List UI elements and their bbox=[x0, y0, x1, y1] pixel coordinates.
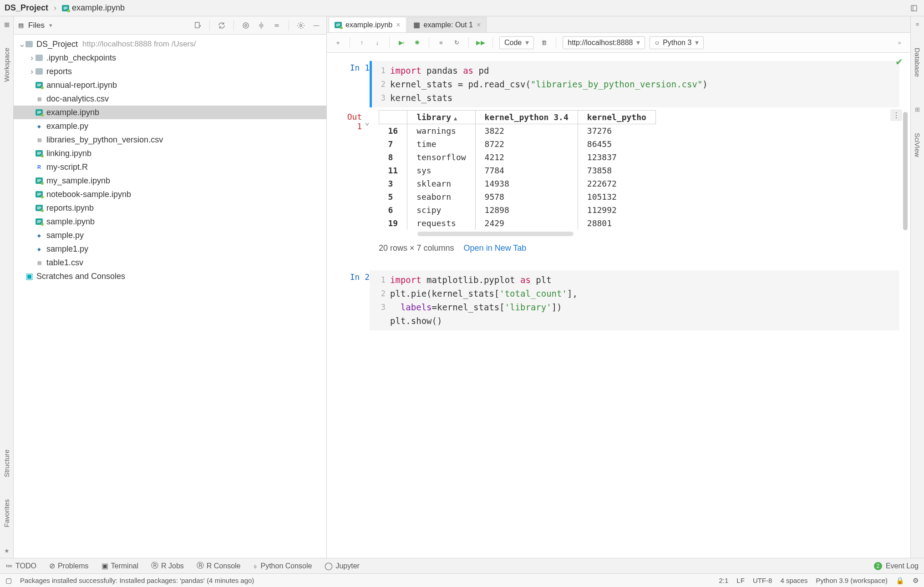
editor-tab[interactable]: IPexample.ipynb× bbox=[329, 17, 406, 32]
table-row[interactable]: 5seaborn9578105132 bbox=[379, 190, 656, 203]
stop-icon[interactable]: ■ bbox=[436, 37, 447, 48]
table-row[interactable]: 19requests242928801 bbox=[379, 217, 656, 230]
move-down-icon[interactable]: ↓ bbox=[372, 37, 383, 48]
tree-item[interactable]: ◆example.py bbox=[14, 119, 326, 133]
minimize-icon[interactable]: — bbox=[311, 20, 322, 31]
tab-label: example: Out 1 bbox=[424, 21, 473, 29]
tree-item[interactable]: IPexample.ipynb bbox=[14, 106, 326, 119]
structure-tool[interactable]: Structure bbox=[3, 448, 10, 479]
todo-tool[interactable]: ≔TODO bbox=[5, 562, 36, 570]
tree-item[interactable]: ›reports bbox=[14, 65, 326, 78]
terminal-tool[interactable]: ▣Terminal bbox=[102, 562, 138, 570]
editor-tab[interactable]: ▦example: Out 1× bbox=[407, 17, 487, 32]
horizontal-scrollbar[interactable] bbox=[417, 232, 574, 236]
indent-setting[interactable]: 4 spaces bbox=[780, 577, 807, 584]
tree-item[interactable]: ›.ipynb_checkpoints bbox=[14, 51, 326, 65]
tree-item[interactable]: IPreports.ipynb bbox=[14, 201, 326, 215]
chevron-down-icon[interactable]: ⌄ bbox=[18, 39, 25, 49]
tree-item[interactable]: ◆sample1.py bbox=[14, 242, 326, 256]
presentation-icon[interactable]: ▢ bbox=[5, 577, 12, 585]
tree-item[interactable]: Rmy-script.R bbox=[14, 160, 326, 174]
r-console-tool[interactable]: ⓇR Console bbox=[197, 561, 241, 571]
event-log-tool[interactable]: 2Event Log bbox=[874, 562, 919, 570]
kernel-select[interactable]: ○ Python 3 ▾ bbox=[650, 36, 704, 49]
collapse-all-icon[interactable] bbox=[271, 20, 282, 31]
chevron-down-icon[interactable]: ▾ bbox=[49, 22, 52, 29]
table-row[interactable]: 8tensorflow4212123837 bbox=[379, 151, 656, 164]
table-row[interactable]: 16warnings382237276 bbox=[379, 124, 656, 138]
prompt-out-1[interactable]: Out 1 ⌄ bbox=[338, 110, 370, 131]
sync-icon[interactable]: ⚙ bbox=[913, 577, 919, 585]
move-up-icon[interactable]: ↑ bbox=[356, 37, 367, 48]
breadcrumb[interactable]: DS_Project › IP example.ipynb bbox=[5, 3, 125, 13]
table-row[interactable]: 3sklearn14938222672 bbox=[379, 177, 656, 190]
chevron-right-icon[interactable]: › bbox=[28, 67, 36, 76]
database-tool[interactable]: Database bbox=[914, 46, 921, 79]
run-icon[interactable]: ▶I bbox=[396, 37, 407, 48]
table-header[interactable]: kernel_pytho bbox=[578, 111, 655, 124]
refresh-icon[interactable] bbox=[216, 20, 227, 31]
cell-in-1[interactable]: In 1 123 import pandas as pdkernel_stats… bbox=[327, 53, 910, 110]
open-in-window-icon[interactable] bbox=[909, 3, 919, 14]
close-icon[interactable]: × bbox=[396, 21, 400, 29]
files-label[interactable]: Files bbox=[28, 21, 45, 30]
table-row[interactable]: 7time872286455 bbox=[379, 137, 656, 151]
table-header[interactable] bbox=[379, 111, 407, 124]
tree-scratches[interactable]: ▣ Scratches and Consoles bbox=[14, 269, 326, 283]
new-file-icon[interactable] bbox=[192, 20, 203, 31]
sciview-tool[interactable]: SciView bbox=[914, 131, 921, 159]
python-console-tool[interactable]: ⬨Python Console bbox=[253, 562, 312, 570]
python-sdk[interactable]: Python 3.9 (workspace) bbox=[816, 577, 888, 584]
tree-item[interactable]: ◆sample.py bbox=[14, 228, 326, 242]
lock-icon[interactable]: 🔒 bbox=[896, 577, 904, 585]
open-in-new-tab-link[interactable]: Open in New Tab bbox=[464, 243, 527, 253]
table-header[interactable]: library▲ bbox=[407, 111, 475, 124]
code-body[interactable]: import pandas as pdkernel_stats = pd.rea… bbox=[390, 64, 899, 105]
run-all-icon[interactable]: ▶▶ bbox=[475, 37, 486, 48]
favorites-tool[interactable]: Favorites bbox=[3, 497, 10, 529]
vertical-scrollbar[interactable] bbox=[903, 112, 908, 230]
workspace-tool[interactable]: Workspace bbox=[3, 46, 10, 84]
delete-icon[interactable]: 🗑 bbox=[538, 37, 549, 48]
cell-in-2[interactable]: In 2 123 import matplotlib.pyplot as plt… bbox=[327, 262, 910, 333]
project-tree[interactable]: ⌄ DS_Project http://localhost:8888 from … bbox=[14, 35, 326, 558]
caret-position[interactable]: 2:1 bbox=[719, 577, 729, 584]
tree-item[interactable]: IPannual-report.ipynb bbox=[14, 78, 326, 92]
chevron-right-icon[interactable]: › bbox=[28, 53, 36, 63]
expand-all-icon[interactable] bbox=[256, 20, 267, 31]
gear-icon[interactable] bbox=[295, 20, 306, 31]
code-body[interactable]: import matplotlib.pyplot as pltplt.pie(k… bbox=[390, 273, 899, 328]
chevron-down-icon[interactable]: ⌄ bbox=[365, 117, 370, 127]
cell-type-value: Code bbox=[504, 39, 522, 47]
jupyter-tool[interactable]: ◯Jupyter bbox=[325, 562, 359, 570]
close-icon[interactable]: × bbox=[477, 21, 481, 29]
more-icon[interactable]: » bbox=[894, 37, 905, 48]
cell-type-select[interactable]: Code ▾ bbox=[499, 36, 534, 49]
tree-item[interactable]: ▤libraries_by_python_version.csv bbox=[14, 133, 326, 147]
breadcrumb-project[interactable]: DS_Project bbox=[5, 3, 48, 13]
notebook-body[interactable]: ✔ In 1 123 import pandas as pdkernel_sta… bbox=[327, 53, 910, 558]
add-cell-icon[interactable]: ＋ bbox=[332, 37, 343, 48]
table-row[interactable]: 6scipy12898112992 bbox=[379, 203, 656, 217]
problems-tool[interactable]: ⊘Problems bbox=[49, 562, 89, 570]
line-separator[interactable]: LF bbox=[736, 577, 745, 584]
target-icon[interactable] bbox=[240, 20, 251, 31]
ipynb-icon: IP bbox=[36, 218, 45, 225]
tree-item[interactable]: IPsample.ipynb bbox=[14, 215, 326, 228]
server-select[interactable]: http://localhost:8888 ▾ bbox=[563, 36, 645, 49]
tree-root[interactable]: ⌄ DS_Project http://localhost:8888 from … bbox=[14, 37, 326, 51]
output-table[interactable]: library▲kernel_python 3.4kernel_pytho16w… bbox=[379, 110, 656, 230]
debug-icon[interactable]: ✺ bbox=[411, 37, 422, 48]
file-encoding[interactable]: UTF-8 bbox=[753, 577, 772, 584]
table-row[interactable]: 11sys778473858 bbox=[379, 164, 656, 177]
tree-item[interactable]: IPnotebook-sample.ipynb bbox=[14, 187, 326, 201]
tree-item[interactable]: IPlinking.ipynb bbox=[14, 147, 326, 160]
restart-icon[interactable]: ↻ bbox=[451, 37, 462, 48]
tree-item[interactable]: ▤doc-analytics.csv bbox=[14, 92, 326, 106]
r-jobs-tool[interactable]: ⓇR Jobs bbox=[151, 561, 184, 571]
tree-item[interactable]: ▤table1.csv bbox=[14, 256, 326, 269]
table-header[interactable]: kernel_python 3.4 bbox=[475, 111, 578, 124]
tree-item[interactable]: IPmy_sample.ipynb bbox=[14, 174, 326, 187]
breadcrumb-file[interactable]: example.ipynb bbox=[72, 3, 125, 13]
kebab-icon[interactable]: ⋮ bbox=[890, 109, 902, 121]
